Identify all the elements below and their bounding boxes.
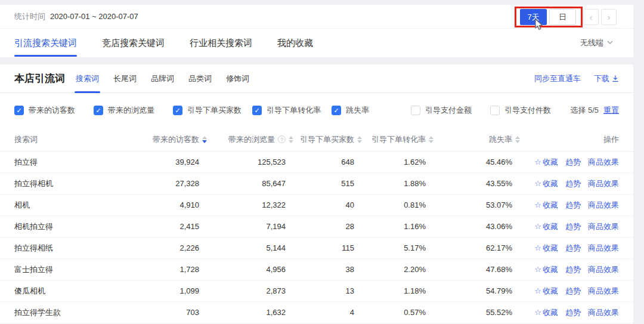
conversion-cell: 1.62% <box>354 158 426 166</box>
row-action-2-link[interactable]: 商品效果 <box>588 157 619 168</box>
checkbox-checked-icon[interactable]: ✓ <box>94 106 103 115</box>
next-period-button[interactable]: › <box>601 9 617 25</box>
checkbox-checked-icon[interactable]: ✓ <box>252 106 262 115</box>
row-action-1-link[interactable]: 趋势 <box>565 286 581 297</box>
row-action-2-link[interactable]: 商品效果 <box>588 307 619 318</box>
row-action-1-link[interactable]: 趋势 <box>565 157 581 168</box>
row-action-label: 收藏 <box>543 157 558 168</box>
row-actions-cell: ☆收藏趋势商品效果 <box>512 200 619 211</box>
subtabs: 搜索词长尾词品牌词品类词修饰词 <box>76 64 264 93</box>
column-header-views[interactable]: 带来的浏览量? <box>199 134 286 145</box>
star-icon: ☆ <box>534 222 541 231</box>
table-row: 拍立得39,924125,5236481.62%45.46%☆收藏趋势商品效果 <box>0 152 633 173</box>
row-action-0-link[interactable]: ☆收藏 <box>534 243 558 254</box>
star-icon: ☆ <box>534 286 541 295</box>
subtab-0[interactable]: 搜索词 <box>76 64 99 93</box>
bounce-cell: 43.06% <box>426 222 512 231</box>
row-action-2-link[interactable]: 商品效果 <box>588 286 619 297</box>
checkbox-checked-icon[interactable]: ✓ <box>173 106 182 115</box>
metric-checkbox-label: 跳失率 <box>346 105 369 116</box>
nav-tab-0[interactable]: 引流搜索关键词 <box>14 29 77 57</box>
row-action-2-link[interactable]: 商品效果 <box>588 178 619 189</box>
column-header-label: 跳失率 <box>489 134 512 145</box>
keyword-cell: 拍立得相纸 <box>14 243 128 254</box>
row-action-0-link[interactable]: ☆收藏 <box>534 157 558 168</box>
row-action-1-link[interactable]: 趋势 <box>565 200 581 211</box>
row-action-0-link[interactable]: ☆收藏 <box>534 221 558 232</box>
star-icon: ☆ <box>534 200 541 209</box>
row-actions-cell: ☆收藏趋势商品效果 <box>512 243 619 254</box>
checkbox-unchecked-icon[interactable] <box>490 106 500 115</box>
row-action-label: 收藏 <box>543 264 558 275</box>
column-header-label: 搜索词 <box>14 134 38 145</box>
row-action-0-link[interactable]: ☆收藏 <box>534 178 558 189</box>
metric-checkbox-5[interactable]: 引导支付金额 <box>411 105 490 116</box>
column-header-label: 引导下单买家数 <box>300 134 354 145</box>
visitors-cell: 703 <box>128 308 199 317</box>
row-action-0-link[interactable]: ☆收藏 <box>534 307 558 318</box>
nav-tab-3[interactable]: 我的收藏 <box>277 29 313 57</box>
metric-checkbox-4[interactable]: ✓跳失率 <box>332 105 411 116</box>
nav-tab-1[interactable]: 竞店搜索关键词 <box>102 29 165 57</box>
row-action-label: 收藏 <box>543 221 558 232</box>
row-action-2-link[interactable]: 商品效果 <box>588 221 619 232</box>
buyers-cell: 13 <box>286 286 354 295</box>
views-cell: 1,632 <box>199 308 286 317</box>
row-actions-cell: ☆收藏趋势商品效果 <box>512 264 619 275</box>
subtab-2[interactable]: 品牌词 <box>151 64 174 93</box>
row-action-label: 商品效果 <box>588 200 619 211</box>
row-action-1-link[interactable]: 趋势 <box>565 221 581 232</box>
row-action-1-link[interactable]: 趋势 <box>565 264 581 275</box>
metric-checkbox-0[interactable]: ✓带来的访客数 <box>14 105 94 116</box>
column-header-bounce[interactable]: 跳失率 <box>426 134 512 145</box>
reset-link[interactable]: 重置 <box>603 105 619 116</box>
views-cell: 85,647 <box>199 179 286 188</box>
star-icon: ☆ <box>534 308 541 317</box>
row-action-1-link[interactable]: 趋势 <box>565 178 581 189</box>
metric-checkbox-6[interactable]: 引导支付件数 <box>490 105 569 116</box>
download-icon <box>612 75 619 82</box>
views-cell: 2,873 <box>199 286 286 295</box>
row-action-2-link[interactable]: 商品效果 <box>588 243 619 254</box>
metric-checkbox-label: 引导下单买家数 <box>187 105 242 116</box>
row-actions-cell: ☆收藏趋势商品效果 <box>512 157 619 168</box>
row-action-0-link[interactable]: ☆收藏 <box>534 286 558 297</box>
table-row: 相机4,91012,322400.81%53.07%☆收藏趋势商品效果 <box>0 195 633 216</box>
row-actions-cell: ☆收藏趋势商品效果 <box>512 286 619 297</box>
metric-checkbox-3[interactable]: ✓引导下单转化率 <box>252 105 332 116</box>
checkbox-unchecked-icon[interactable] <box>411 106 420 115</box>
bounce-cell: 43.55% <box>426 179 512 188</box>
channel-label: 无线端 <box>580 38 603 48</box>
sync-to-ztc-link[interactable]: 同步至直通车 <box>534 73 581 84</box>
metric-checkbox-2[interactable]: ✓引导下单买家数 <box>173 105 252 116</box>
row-action-2-link[interactable]: 商品效果 <box>588 264 619 275</box>
nav-tab-2[interactable]: 行业相关搜索词 <box>190 29 252 57</box>
row-action-2-link[interactable]: 商品效果 <box>588 200 619 211</box>
prev-period-button[interactable]: ‹ <box>583 9 599 25</box>
period-controls: 7天 日 ‹ › <box>519 9 617 25</box>
subtab-4[interactable]: 修饰词 <box>226 64 249 93</box>
row-action-0-link[interactable]: ☆收藏 <box>534 264 558 275</box>
row-action-label: 商品效果 <box>588 286 619 297</box>
metric-checkbox-1[interactable]: ✓带来的浏览量 <box>94 105 173 116</box>
download-link[interactable]: 下载 <box>594 73 619 84</box>
cursor-icon <box>532 18 544 31</box>
column-header-conversion[interactable]: 引导下单转化率 <box>354 134 426 145</box>
checkbox-checked-icon[interactable]: ✓ <box>14 106 24 115</box>
checkbox-checked-icon[interactable]: ✓ <box>332 106 341 115</box>
subtab-1[interactable]: 长尾词 <box>113 64 137 93</box>
row-action-0-link[interactable]: ☆收藏 <box>534 200 558 211</box>
row-action-1-link[interactable]: 趋势 <box>565 243 581 254</box>
visitors-cell: 2,226 <box>128 243 199 252</box>
info-icon[interactable]: ? <box>278 135 286 143</box>
column-header-buyers[interactable]: 引导下单买家数 <box>286 134 354 145</box>
metric-checkbox-label: 引导支付金额 <box>425 105 472 116</box>
row-action-1-link[interactable]: 趋势 <box>565 307 581 318</box>
subtab-3[interactable]: 品类词 <box>188 64 212 93</box>
channel-selector[interactable]: 无线端 <box>580 38 613 48</box>
row-actions-cell: ☆收藏趋势商品效果 <box>512 307 619 318</box>
table-row: 拍立得学生款7031,63240.57%55.52%☆收藏趋势商品效果 <box>0 302 633 323</box>
bounce-cell: 62.17% <box>426 243 512 252</box>
column-header-visitors[interactable]: 带来的访客数 <box>128 134 199 145</box>
period-day-button[interactable]: 日 <box>549 9 576 25</box>
